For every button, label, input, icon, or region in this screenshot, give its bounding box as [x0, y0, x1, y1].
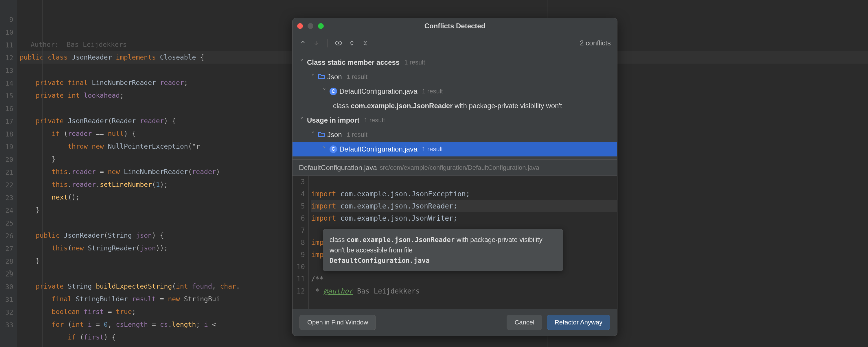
cancel-button[interactable]: Cancel [507, 315, 542, 330]
svg-point-1 [338, 42, 339, 44]
next-occurrence-icon [312, 39, 320, 47]
folder-icon [318, 73, 325, 81]
conflict-count: 2 conflicts [580, 39, 611, 47]
titlebar: Conflicts Detected [292, 18, 617, 34]
line-gutter: 9101112131415161718192021222324252627282… [0, 0, 18, 347]
expand-all-icon[interactable] [348, 39, 356, 47]
collapse-all-icon[interactable] [361, 39, 369, 47]
conflict-tree[interactable]: ˅Class static member access1 result˅Json… [292, 52, 617, 159]
preview-path: src/com/example/configuration/DefaultCon… [380, 164, 539, 171]
preview-icon[interactable] [335, 39, 343, 47]
dialog-title: Conflicts Detected [292, 22, 617, 30]
class-icon: C [330, 88, 337, 95]
at-annotation-icon: @ [9, 270, 11, 274]
tooltip: class com.example.json.JsonReader with p… [323, 229, 563, 271]
folder-icon [318, 131, 325, 139]
prev-occurrence-icon[interactable] [299, 39, 307, 47]
tree-group[interactable]: ˅Class static member access1 result [292, 55, 617, 70]
conflicts-dialog: Conflicts Detected 2 conflicts ˅Class st… [292, 18, 617, 336]
preview-filename: DefaultConfiguration.java [299, 164, 377, 172]
toolbar: 2 conflicts [292, 34, 617, 52]
class-icon: C [330, 146, 337, 153]
tree-package[interactable]: ˅Json1 result [292, 70, 617, 84]
tree-detail[interactable]: class com.example.json.JsonReader with p… [292, 99, 617, 113]
tree-file[interactable]: ˅CDefaultConfiguration.java1 result [292, 142, 617, 156]
button-row: Open in Find Window Cancel Refactor Anyw… [292, 309, 617, 336]
refactor-anyway-button[interactable]: Refactor Anyway [547, 315, 610, 330]
tree-package[interactable]: ˅Json1 result [292, 128, 617, 142]
open-find-window-button[interactable]: Open in Find Window [300, 315, 376, 330]
preview-header: DefaultConfiguration.java src/com/exampl… [292, 159, 617, 176]
tree-group[interactable]: ˅Usage in import1 result [292, 113, 617, 128]
tree-file[interactable]: ˅CDefaultConfiguration.java1 result [292, 84, 617, 99]
